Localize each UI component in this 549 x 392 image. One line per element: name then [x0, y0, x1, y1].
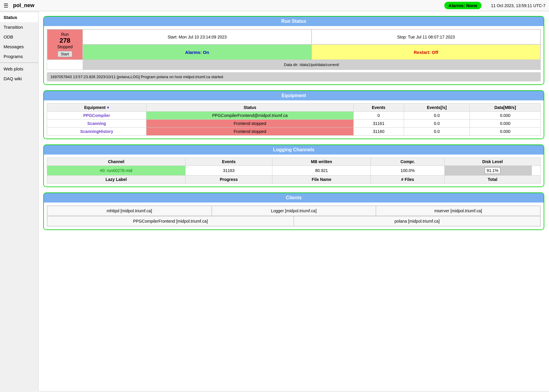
client-cell: PPGCompilerFrontend [midpol.triumf.ca]: [47, 216, 294, 226]
eq-events-per-s: 0.0: [404, 112, 470, 120]
equipment-table: Equipment + Status Events Events[/s] Dat…: [47, 103, 541, 136]
eq-status: Frontend stopped: [146, 128, 354, 136]
logging-title: Logging Channels: [44, 145, 544, 155]
logging-panel: Logging Channels Channel Events MB writt…: [43, 144, 544, 187]
table-row: ScanningFrontend stopped311610.00.000: [47, 120, 541, 128]
log-col-events: Events: [185, 158, 272, 166]
log-col-mb: MB written: [272, 158, 371, 166]
data-dir-cell: Data dir: /data1/pol/data/current/: [83, 60, 540, 70]
eq-data-mb: 0.000: [470, 128, 541, 136]
sidebar-item-status[interactable]: Status: [0, 12, 38, 22]
client-cell: polana [midpol.triumf.ca]: [294, 216, 540, 226]
eq-events-per-s: 0.0: [404, 120, 470, 128]
equipment-panel: Equipment Equipment + Status Events Even…: [43, 90, 544, 139]
main-content: Run Status Run 278 Stopped Start Start: …: [39, 11, 549, 391]
sidebar: Status Transition ODB Messages Programs …: [0, 11, 39, 391]
eq-col-equipment: Equipment +: [47, 104, 146, 112]
table-row: #0: run00278.mid 31163 80.921 100.0% 91.…: [47, 166, 541, 176]
app-title: pol_new: [13, 2, 440, 9]
log-message: 1697057843 13:57:23.826 2023/10/11 [pola…: [47, 72, 541, 81]
clients-panel: Clients mhttpd [midpol.triumf.ca]Logger …: [43, 192, 544, 230]
topbar: ☰ pol_new Alarms: None 11 Oct 2023, 13:5…: [0, 0, 549, 11]
clients-row2: PPGCompilerFrontend [midpol.triumf.ca]po…: [47, 216, 541, 226]
sidebar-divider: [0, 62, 38, 63]
log-compr: 100.0%: [371, 166, 445, 176]
channel-name[interactable]: #0: run00278.mid: [47, 166, 186, 176]
run-status-panel: Run Status Run 278 Stopped Start Start: …: [43, 16, 544, 85]
log-mb: 80.921: [272, 166, 371, 176]
run-number: 278: [60, 37, 71, 44]
sidebar-item-odb[interactable]: ODB: [0, 32, 38, 42]
log-col-nfiles: # Files: [371, 176, 445, 184]
run-status-grid: Run 278 Stopped Start Start: Mon Jul 10 …: [47, 29, 541, 70]
sidebar-item-daqwiki[interactable]: DAQ wiki: [0, 74, 38, 83]
log-col-lazy: Lazy Label: [47, 176, 186, 184]
client-cell: mserver [midpol.triumf.ca]: [376, 206, 540, 216]
eq-events: 31160: [353, 128, 404, 136]
datetime: 11 Oct 2023, 13:59:11 UTC-7: [491, 3, 545, 8]
start-button[interactable]: Start: [58, 51, 72, 57]
eq-col-events: Events: [353, 104, 404, 112]
eq-status: PPGCompilerFrontend@midpol.triumf.ca: [146, 112, 354, 120]
sidebar-item-transition[interactable]: Transition: [0, 22, 38, 32]
log-col-progress: Progress: [185, 176, 272, 184]
table-row: PPGCompilerPPGCompilerFrontend@midpol.tr…: [47, 112, 541, 120]
eq-col-status: Status: [146, 104, 354, 112]
client-cell: Logger [midpol.triumf.ca]: [212, 206, 376, 216]
eq-name[interactable]: Scanning: [47, 120, 146, 128]
log-col-channel: Channel: [47, 158, 186, 166]
run-box: Run 278 Stopped Start: [47, 29, 83, 60]
log-col-disk: Disk Level: [444, 158, 540, 166]
layout: Status Transition ODB Messages Programs …: [0, 11, 549, 391]
equipment-body: Equipment + Status Events Events[/s] Dat…: [44, 100, 544, 139]
stop-time: Stop: Tue Jul 11 08:07:17 2023: [312, 29, 540, 44]
sidebar-item-messages[interactable]: Messages: [0, 42, 38, 52]
eq-events-per-s: 0.0: [404, 128, 470, 136]
alarms-badge: Alarms: None: [444, 2, 482, 9]
equipment-title: Equipment: [44, 91, 544, 100]
restart-off[interactable]: Restart: Off: [312, 44, 540, 60]
run-label: Run: [61, 32, 69, 37]
client-cell: mhttpd [midpol.triumf.ca]: [47, 206, 212, 216]
run-status-title: Run Status: [44, 17, 544, 26]
log-col-total: Total: [444, 176, 540, 184]
table-row: ScanningHistoryFrontend stopped311600.00…: [47, 128, 541, 136]
clients-title: Clients: [44, 193, 544, 203]
eq-data-mb: 0.000: [470, 120, 541, 128]
eq-plus[interactable]: +: [107, 105, 109, 110]
disk-level-value: 91.1%: [485, 167, 501, 174]
eq-col-data-mb: Data[MB/s]: [470, 104, 541, 112]
sidebar-item-webplots[interactable]: Web plots: [0, 64, 38, 74]
log-col-compr: Compr.: [371, 158, 445, 166]
eq-name[interactable]: PPGCompiler: [47, 112, 146, 120]
sidebar-item-programs[interactable]: Programs: [0, 52, 38, 61]
log-col-filename: File Name: [272, 176, 371, 184]
stopped-label: Stopped: [57, 44, 73, 49]
start-time: Start: Mon Jul 10 23:14:09 2023: [83, 29, 312, 44]
eq-data-mb: 0.000: [470, 112, 541, 120]
eq-events: 0: [353, 112, 404, 120]
run-status-body: Run 278 Stopped Start Start: Mon Jul 10 …: [44, 26, 544, 84]
log-disk-level: 91.1%: [444, 166, 540, 176]
alarms-on[interactable]: Alarms: On: [83, 44, 312, 60]
logging-table: Channel Events MB written Compr. Disk Le…: [47, 158, 541, 184]
eq-events: 31161: [353, 120, 404, 128]
clients-body: mhttpd [midpol.triumf.ca]Logger [midpol.…: [44, 203, 544, 229]
eq-status: Frontend stopped: [146, 120, 354, 128]
clients-row1: mhttpd [midpol.triumf.ca]Logger [midpol.…: [47, 205, 541, 216]
log-events: 31163: [185, 166, 272, 176]
logging-body: Channel Events MB written Compr. Disk Le…: [44, 155, 544, 187]
menu-icon[interactable]: ☰: [4, 2, 8, 9]
eq-col-events-per-s: Events[/s]: [404, 104, 470, 112]
eq-name[interactable]: ScanningHistory: [47, 128, 146, 136]
